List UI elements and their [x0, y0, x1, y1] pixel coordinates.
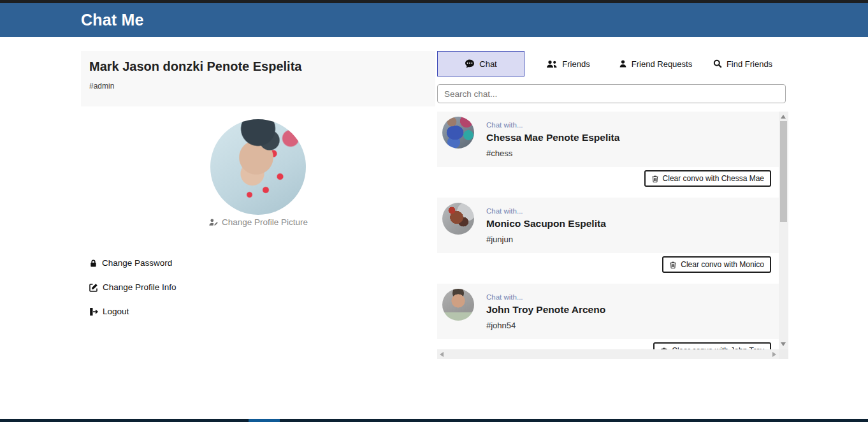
profile-avatar [210, 119, 306, 215]
horizontal-scrollbar[interactable] [437, 349, 779, 359]
chat-panel: Chat Friends Friend Requests Find Friend… [437, 51, 788, 359]
scroll-right-arrow-icon[interactable] [772, 352, 776, 357]
chat-contact-name: Chessa Mae Penote Espelita [486, 132, 619, 143]
change-profile-picture-label: Change Profile Picture [222, 217, 308, 227]
chat-contact-name: John Troy Penote Arceno [486, 304, 605, 316]
scroll-down-arrow-icon[interactable] [781, 342, 786, 346]
tab-friends-label: Friends [562, 59, 590, 69]
change-password-link[interactable]: Change Password [89, 258, 172, 268]
chat-list-content: Chat with... Chessa Mae Penote Espelita … [437, 112, 779, 349]
avatar [442, 203, 474, 235]
edit-icon [89, 283, 98, 292]
chat-with-label: Chat with... [486, 207, 523, 215]
tab-find-friends[interactable]: Find Friends [699, 51, 786, 76]
profile-card: Mark Jason donzki Penote Espelita #admin… [81, 51, 435, 331]
tab-friends[interactable]: Friends [524, 51, 612, 76]
change-profile-info-label: Change Profile Info [103, 282, 177, 292]
avatar [442, 117, 474, 149]
change-password-label: Change Password [102, 258, 172, 268]
chat-item-actions: Clear convo with John Troy [437, 339, 779, 349]
chat-list-item: Chat with... Chessa Mae Penote Espelita … [437, 112, 779, 198]
chat-item-actions: Clear convo with Chessa Mae [437, 167, 779, 198]
chat-item-actions: Clear convo with Monico [437, 253, 779, 284]
tab-chat-label: Chat [479, 59, 496, 69]
chat-contact-name: Monico Sacupon Espelita [486, 218, 606, 229]
clear-convo-label: Clear convo with Chessa Mae [663, 174, 764, 183]
trash-icon [669, 261, 677, 269]
user-edit-icon [208, 218, 219, 226]
tab-bar: Chat Friends Friend Requests Find Friend… [437, 51, 786, 76]
scroll-left-arrow-icon[interactable] [440, 352, 444, 357]
clear-convo-monico-button[interactable]: Clear convo with Monico [662, 256, 771, 273]
vertical-scrollbar[interactable] [779, 112, 788, 349]
tab-chat[interactable]: Chat [437, 51, 524, 76]
tab-friend-requests[interactable]: Friend Requests [612, 51, 699, 76]
scrollbar-corner [779, 349, 788, 359]
friends-icon [546, 59, 558, 68]
tab-friend-requests-label: Friend Requests [632, 59, 692, 69]
vertical-scrollbar-thumb[interactable] [780, 121, 787, 222]
lock-icon [89, 259, 98, 268]
chat-contact-handle: #junjun [486, 235, 513, 244]
trash-icon [651, 175, 659, 183]
navbar: Chat Me [0, 3, 868, 37]
logout-link[interactable]: Logout [89, 307, 129, 316]
chat-list-item: Chat with... Monico Sacupon Espelita #ju… [437, 198, 779, 284]
chat-with-label: Chat with... [486, 121, 523, 129]
chat-contact-handle: #john54 [486, 321, 516, 330]
taskbar-strip [0, 419, 868, 422]
clear-convo-chessa-button[interactable]: Clear convo with Chessa Mae [644, 170, 771, 187]
clear-convo-john-button[interactable]: Clear convo with John Troy [653, 342, 771, 349]
clear-convo-label: Clear convo with Monico [681, 260, 764, 269]
chat-item-john[interactable]: Chat with... John Troy Penote Arceno #jo… [437, 284, 779, 339]
chat-contact-handle: #chess [486, 149, 512, 158]
person-icon [619, 59, 627, 68]
chat-list-item: Chat with... John Troy Penote Arceno #jo… [437, 284, 779, 349]
change-profile-picture-link[interactable]: Change Profile Picture [81, 217, 435, 227]
profile-name: Mark Jason donzki Penote Espelita [89, 59, 427, 74]
avatar [442, 289, 474, 321]
logout-icon [89, 307, 98, 316]
chat-item-chessa[interactable]: Chat with... Chessa Mae Penote Espelita … [437, 112, 779, 167]
search-icon [713, 59, 722, 68]
chat-bubble-icon [465, 59, 475, 69]
profile-card-body: Change Profile Picture Change Password C… [81, 106, 435, 331]
taskbar-accent-segment [249, 419, 280, 422]
profile-handle: #admin [89, 82, 427, 91]
chat-with-label: Chat with... [486, 293, 523, 301]
logout-label: Logout [103, 307, 129, 316]
tab-find-friends-label: Find Friends [727, 59, 772, 69]
scroll-up-arrow-icon[interactable] [781, 115, 786, 119]
change-profile-info-link[interactable]: Change Profile Info [89, 282, 177, 292]
chat-item-monico[interactable]: Chat with... Monico Sacupon Espelita #ju… [437, 198, 779, 253]
profile-card-header: Mark Jason donzki Penote Espelita #admin [81, 51, 435, 106]
app-title: Chat Me [81, 3, 144, 37]
chat-list: Chat with... Chessa Mae Penote Espelita … [437, 112, 788, 349]
search-chat-input[interactable] [437, 84, 786, 103]
